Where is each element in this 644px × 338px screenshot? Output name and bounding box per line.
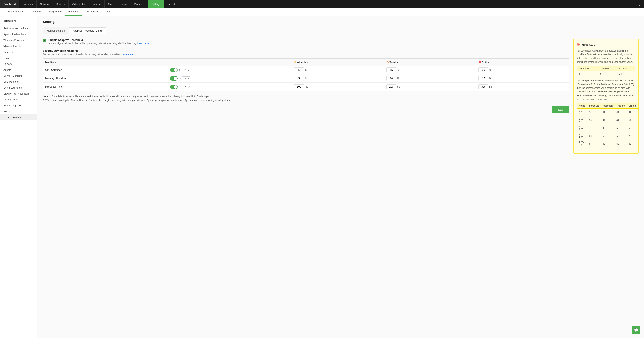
help-detail-cell: 59 [601, 140, 615, 148]
nav-more-icon[interactable]: ⋮ [635, 0, 644, 8]
cell-critical-0: % [476, 66, 569, 74]
subnav-configuration[interactable]: Configuration [44, 8, 64, 16]
toggle-slider-2 [170, 85, 178, 89]
critical-input-1[interactable] [478, 76, 488, 81]
nav-workflow[interactable]: Workflow [131, 0, 148, 8]
sidebar-item-monitor-settings[interactable]: Monitor Settings [0, 114, 37, 120]
help-detail-cell: 62 [614, 140, 626, 148]
nav-reports[interactable]: Reports [164, 0, 180, 8]
arrow-btn-1[interactable]: > [178, 76, 182, 80]
sidebar-item-processes[interactable]: Processes [0, 49, 37, 55]
th-trouble: ⚠ Trouble [384, 59, 476, 66]
inner-content: Enable Adaptive Threshold Auto-configure… [43, 38, 639, 154]
th-toggle [168, 59, 292, 66]
arrow-btn-0[interactable]: > [178, 68, 182, 72]
cell-toggle: > ▼ [168, 74, 292, 83]
attention-input-2[interactable] [294, 84, 304, 89]
sidebar-item-snmp-trap[interactable]: SNMP Trap Processors [0, 91, 37, 97]
help-detail-cell: 49 [627, 108, 638, 116]
sidebar-item-windows-services[interactable]: Windows Services [0, 37, 37, 43]
sidebar-item-agents[interactable]: Agents [0, 67, 37, 73]
help-detail-cell: 44 [614, 116, 626, 124]
trouble-input-2[interactable] [386, 84, 396, 89]
nav-maps[interactable]: Maps [105, 0, 118, 8]
help-detail-cell: 4:00-5:00 [577, 140, 587, 148]
tab-monitor-settings[interactable]: Monitor Settings [43, 28, 69, 34]
cell-attention-1: % [292, 74, 384, 83]
nav-network[interactable]: Network [36, 0, 53, 8]
nav-settings[interactable]: Settings [148, 0, 164, 8]
subnav-monitoring[interactable]: Monitoring [64, 8, 82, 16]
sidebar-title: Monitors [0, 19, 37, 25]
cell-trouble-0: % [384, 66, 476, 74]
table-header-row: Monitors ⚠ Attention ⚠ Trouble [43, 59, 569, 66]
attention-input-0[interactable] [294, 68, 304, 72]
arrow-btn-2[interactable]: > [178, 85, 182, 88]
bottom-right-button[interactable]: 💬 [632, 326, 640, 334]
note-line1: 1. Once Adaptive thresholds are enabled,… [49, 95, 209, 98]
toggle-switch-1[interactable] [170, 76, 178, 80]
nav-alarms[interactable]: Alarms [90, 0, 105, 8]
severity-learn-more-link[interactable]: Learn more [122, 53, 134, 56]
help-detail-cell: 39 [601, 108, 615, 116]
enable-learn-more-link[interactable]: Learn more [138, 42, 149, 45]
sidebar-item-application-monitors[interactable]: Application Monitors [0, 31, 37, 37]
subnav-tools[interactable]: Tools [102, 8, 114, 16]
nav-servers[interactable]: Servers [53, 0, 68, 8]
attention-input-1[interactable] [294, 76, 304, 81]
trouble-unit-2: ms [397, 85, 400, 88]
attention-unit-1: % [305, 77, 307, 80]
enable-threshold-row: Enable Adaptive Threshold Auto-configure… [43, 38, 569, 45]
sidebar-item-performance-monitors[interactable]: Performance Monitors [0, 25, 37, 31]
sidebar-item-url-monitors[interactable]: URL Monitors [0, 79, 37, 85]
sidebar-item-syslog-rules[interactable]: Syslog Rules [0, 97, 37, 102]
toggle-switch-0[interactable] [170, 68, 178, 72]
sidebar-item-ipsla[interactable]: IPSLA [0, 108, 37, 114]
sidebar-item-folders[interactable]: Folders [0, 61, 37, 67]
dropdown-0[interactable]: ▼ [182, 68, 190, 72]
sidebar-item-script-templates[interactable]: Script Templates [0, 102, 37, 108]
dropdown-2[interactable]: ▼ [182, 85, 190, 89]
nav-virtualization[interactable]: Virtualization [68, 0, 90, 8]
sidebar-item-service-monitors[interactable]: Service Monitors [0, 73, 37, 79]
cell-controls: > ▼ [170, 76, 290, 80]
help-detail-cell: 51 [627, 116, 638, 124]
enable-checkbox[interactable] [43, 39, 46, 42]
cell-toggle: > ▼ [168, 83, 292, 91]
sub-nav: General Settings Discovery Configuration… [0, 8, 644, 16]
toggle-switch-2[interactable] [170, 85, 178, 89]
sidebar-item-files[interactable]: Files [0, 55, 37, 61]
help-th-attention: Attention [577, 66, 598, 71]
nav-dashboard[interactable]: Dashboard [0, 0, 19, 8]
critical-input-0[interactable] [478, 68, 488, 72]
help-desc2: For example, if the forecast value for t… [577, 79, 636, 101]
trouble-input-0[interactable] [386, 68, 396, 72]
severity-section-desc: Control how much your dynamic thresholds… [43, 53, 569, 56]
sidebar-item-vmware-events[interactable]: VMware Events [0, 43, 37, 49]
help-card: ❋ Help Card For each hour, OpManager's p… [574, 38, 639, 154]
table-row: Response Time > ▼ ms [43, 83, 569, 91]
nav-apps[interactable]: Apps [118, 0, 131, 8]
save-button[interactable]: Save [552, 106, 569, 113]
subnav-discovery[interactable]: Discovery [27, 8, 44, 16]
help-detail-row: 4:00-5:0054596269 [577, 140, 638, 148]
sidebar: Monitors Performance Monitors Applicatio… [0, 16, 38, 338]
dropdown-1[interactable]: ▼ [182, 76, 190, 80]
help-detail-cell: 49 [601, 124, 615, 132]
help-detail-cell: 54 [587, 140, 601, 148]
subnav-notifications[interactable]: Notifications [82, 8, 102, 16]
help-panel: ❋ Help Card For each hour, OpManager's p… [574, 38, 639, 154]
nav-inventory[interactable]: Inventory [19, 0, 36, 8]
trouble-input-1[interactable] [386, 76, 396, 81]
enable-checkbox-wrapper[interactable] [43, 39, 46, 43]
help-card-icon: ❋ [577, 42, 580, 47]
help-desc1: For each hour, OpManager's predictive al… [577, 49, 636, 64]
tab-adaptive-threshold[interactable]: Adaptive Threshold (Beta) [69, 28, 106, 34]
help-detail-th: Forecast [587, 103, 601, 108]
subnav-general-settings[interactable]: General Settings [2, 8, 27, 16]
enable-label: Enable Adaptive Threshold Auto-configure… [48, 38, 149, 45]
sidebar-item-event-log-rules[interactable]: Event Log Rules [0, 85, 37, 91]
critical-input-2[interactable] [478, 84, 488, 89]
cell-attention-2: ms [292, 83, 384, 91]
help-detail-cell: 34 [587, 108, 601, 116]
